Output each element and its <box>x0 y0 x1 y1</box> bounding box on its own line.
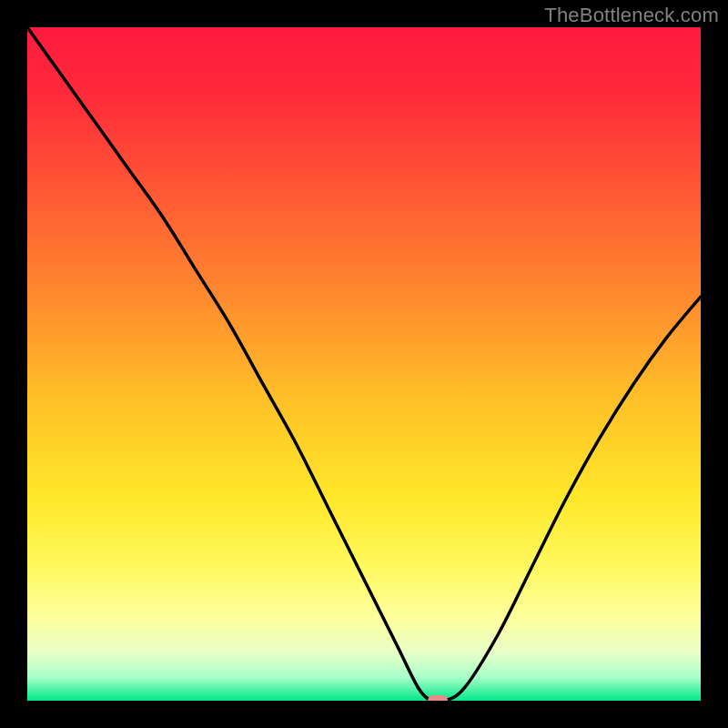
chart-frame: TheBottleneck.com <box>0 0 728 728</box>
optimal-point-marker <box>428 695 448 701</box>
bottleneck-curve <box>27 27 701 701</box>
plot-area <box>27 27 701 701</box>
watermark-text: TheBottleneck.com <box>544 4 719 27</box>
